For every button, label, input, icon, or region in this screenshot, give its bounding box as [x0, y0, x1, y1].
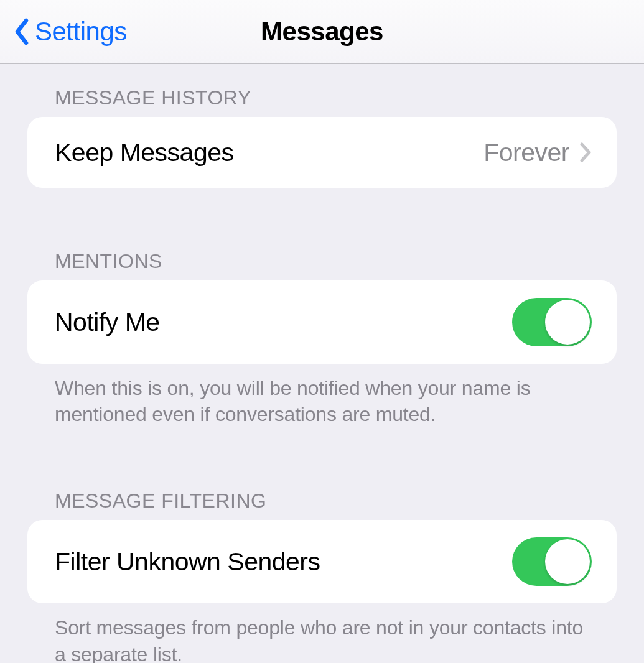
filtering-footer: Sort messages from people who are not in…	[27, 603, 617, 663]
back-label: Settings	[35, 17, 127, 47]
chevron-right-icon	[579, 142, 592, 162]
toggle-knob	[545, 300, 590, 345]
notify-me-row: Notify Me	[27, 280, 617, 364]
notify-me-toggle[interactable]	[512, 298, 592, 346]
section-header-history: MESSAGE HISTORY	[27, 64, 617, 117]
filter-unknown-label: Filter Unknown Senders	[55, 547, 320, 577]
keep-messages-label: Keep Messages	[55, 138, 234, 167]
keep-messages-value: Forever	[483, 138, 569, 167]
filter-unknown-row: Filter Unknown Senders	[27, 520, 617, 603]
toggle-knob	[545, 539, 590, 584]
nav-bar: Settings Messages	[0, 0, 644, 64]
keep-messages-right: Forever	[483, 138, 592, 167]
back-button[interactable]: Settings	[14, 17, 127, 47]
notify-me-label: Notify Me	[55, 308, 160, 337]
section-header-mentions: MENTIONS	[27, 223, 617, 280]
filtering-card: Filter Unknown Senders	[27, 520, 617, 603]
section-header-filtering: MESSAGE FILTERING	[27, 462, 617, 520]
filter-unknown-toggle[interactable]	[512, 537, 592, 586]
keep-messages-row[interactable]: Keep Messages Forever	[27, 117, 617, 188]
history-card: Keep Messages Forever	[27, 117, 617, 188]
settings-content: MESSAGE HISTORY Keep Messages Forever ME…	[0, 64, 644, 663]
mentions-card: Notify Me	[27, 280, 617, 364]
mentions-footer: When this is on, you will be notified wh…	[27, 364, 617, 427]
chevron-left-icon	[14, 18, 30, 45]
page-title: Messages	[261, 17, 383, 47]
